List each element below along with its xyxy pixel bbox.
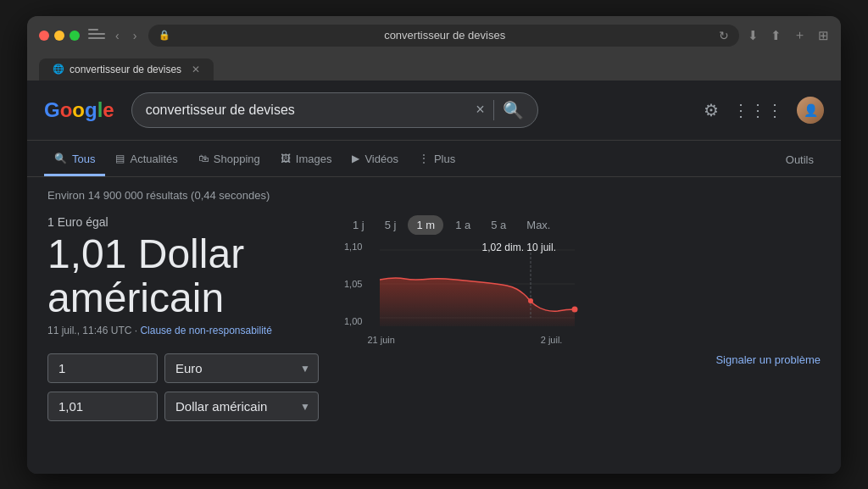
maximize-button[interactable] (70, 31, 80, 41)
tab-actualites[interactable]: ▤ Actualités (105, 144, 187, 176)
actualites-icon: ▤ (115, 153, 125, 164)
tab-images-label: Images (296, 153, 332, 165)
share-icon[interactable]: ⬆ (771, 28, 782, 43)
chart-container: 1,02 dim. 10 juil. 1,10 1,05 1,00 (344, 242, 565, 343)
chart-tooltip: 1,02 dim. 10 juil. (482, 242, 556, 253)
chart-tab-5a[interactable]: 5 a (482, 215, 515, 235)
chart-area: 1 j 5 j 1 m 1 a 5 a Max. 1,02 dim. 10 ju… (344, 215, 821, 366)
tab-tous[interactable]: 🔍 Tous (44, 144, 105, 176)
minimize-button[interactable] (54, 31, 64, 41)
tab-images[interactable]: 🖼 Images (270, 144, 342, 176)
browser-controls: ‹ › (88, 27, 140, 44)
tab-shopping-label: Shopping (214, 153, 260, 165)
converter-widget: 1 Euro égal 1,01 Dollar américain 11 jui… (47, 215, 821, 431)
result-line1: 1,01 Dollar (47, 231, 244, 276)
tous-icon: 🔍 (54, 153, 67, 164)
y-label-low: 1,00 (344, 316, 362, 326)
tab-bar: 🌐 convertisseur de devises ✕ (39, 53, 829, 81)
title-bar: ‹ › 🔒 convertisseur de devises ↻ ⬇ ⬆ ＋ ⊞ (39, 25, 829, 47)
result-value: 1,01 Dollar américain (47, 232, 319, 322)
google-header: Google × 🔍 ⚙ ⋮⋮⋮ 👤 (27, 81, 841, 141)
tab-plus[interactable]: ⋮ Plus (409, 144, 465, 176)
timestamp-text: 11 juil., 11:46 UTC (47, 325, 131, 336)
disclaimer-link[interactable]: Clause de non-responsabilité (140, 325, 271, 336)
from-currency-select[interactable]: Euro Dollar américain Livre sterling Yen… (164, 353, 319, 383)
new-tab-icon[interactable]: ＋ (793, 27, 806, 43)
tab-videos[interactable]: ▶ Vidéos (342, 144, 409, 176)
svg-point-4 (572, 306, 578, 312)
refresh-button[interactable]: ↻ (719, 29, 729, 42)
chart-tab-1j[interactable]: 1 j (344, 215, 373, 235)
avatar[interactable]: 👤 (797, 97, 824, 124)
apps-icon[interactable]: ⋮⋮⋮ (732, 100, 783, 120)
chart-tab-1a[interactable]: 1 a (447, 215, 479, 235)
traffic-lights (39, 31, 80, 41)
google-logo: Google (44, 98, 114, 122)
sidebar-toggle-icon[interactable] (88, 29, 105, 42)
result-line2: américain (47, 275, 224, 320)
x-label-1: 21 juin (367, 335, 394, 345)
equal-label: 1 Euro égal (47, 215, 319, 229)
tab-close-icon[interactable]: ✕ (192, 64, 200, 75)
shopping-icon: 🛍 (198, 153, 209, 164)
search-bar[interactable]: × 🔍 (131, 92, 538, 128)
to-input-row: Dollar américain Euro Livre sterling Yen… (47, 392, 319, 421)
x-label-2: 2 juil. (541, 335, 563, 345)
svg-point-6 (528, 298, 533, 303)
search-clear-icon[interactable]: × (476, 101, 485, 119)
videos-icon: ▶ (352, 153, 359, 164)
search-input[interactable] (146, 103, 467, 118)
plus-icon: ⋮ (419, 153, 429, 164)
timestamp: 11 juil., 11:46 UTC · Clause de non-resp… (47, 325, 319, 336)
chart-tab-5j[interactable]: 5 j (376, 215, 405, 235)
tab-title: convertisseur de devises (70, 64, 181, 75)
y-label-high: 1,10 (344, 242, 362, 252)
chart-tabs: 1 j 5 j 1 m 1 a 5 a Max. (344, 215, 821, 235)
grid-icon[interactable]: ⊞ (818, 28, 829, 43)
lock-icon: 🔒 (159, 30, 170, 41)
y-label-mid: 1,05 (344, 279, 362, 289)
chart-tab-1m[interactable]: 1 m (408, 215, 443, 235)
results-area: Environ 14 900 000 résultats (0,44 secon… (27, 177, 841, 442)
tab-plus-label: Plus (434, 153, 455, 165)
download-icon[interactable]: ⬇ (748, 28, 759, 43)
outils-button[interactable]: Outils (776, 145, 824, 175)
chart-tab-max[interactable]: Max. (518, 215, 559, 235)
images-icon: 🖼 (281, 153, 291, 164)
active-tab[interactable]: 🌐 convertisseur de devises ✕ (39, 58, 214, 81)
settings-icon[interactable]: ⚙ (704, 100, 719, 120)
nav-tabs: 🔍 Tous ▤ Actualités 🛍 Shopping 🖼 Images … (27, 141, 841, 177)
from-currency-wrapper: Euro Dollar américain Livre sterling Yen… (164, 353, 319, 383)
tab-videos-label: Vidéos (364, 153, 398, 165)
to-currency-wrapper: Dollar américain Euro Livre sterling Yen… (164, 392, 319, 421)
tab-actualites-label: Actualités (130, 153, 177, 165)
browser-chrome: ‹ › 🔒 convertisseur de devises ↻ ⬇ ⬆ ＋ ⊞… (27, 16, 841, 81)
to-amount-input[interactable] (47, 392, 158, 421)
page-content: Google × 🔍 ⚙ ⋮⋮⋮ 👤 🔍 Tous ▤ Actualités (27, 81, 841, 474)
amount-input[interactable] (47, 353, 158, 383)
tab-favicon: 🌐 (53, 64, 64, 75)
back-button[interactable]: ‹ (112, 27, 123, 44)
close-button[interactable] (39, 31, 49, 41)
browser-window: ‹ › 🔒 convertisseur de devises ↻ ⬇ ⬆ ＋ ⊞… (27, 16, 841, 474)
converter-left: 1 Euro égal 1,01 Dollar américain 11 jui… (47, 215, 319, 431)
search-submit-icon[interactable]: 🔍 (493, 100, 524, 120)
right-controls: ⬇ ⬆ ＋ ⊞ (748, 27, 829, 43)
header-right: ⚙ ⋮⋮⋮ 👤 (704, 97, 824, 124)
address-text: convertisseur de devises (177, 29, 712, 42)
chart-x-labels: 21 juin 2 juil. (367, 333, 562, 347)
to-currency-select[interactable]: Dollar américain Euro Livre sterling Yen… (164, 392, 319, 421)
tab-tous-label: Tous (72, 153, 95, 165)
address-bar[interactable]: 🔒 convertisseur de devises ↻ (148, 25, 739, 47)
chart-svg (367, 242, 587, 326)
report-problem-link[interactable]: Signaler un problème (344, 353, 821, 366)
results-count: Environ 14 900 000 résultats (0,44 secon… (47, 189, 821, 202)
tab-shopping[interactable]: 🛍 Shopping (188, 144, 270, 176)
from-input-row: Euro Dollar américain Livre sterling Yen… (47, 353, 319, 383)
forward-button[interactable]: › (130, 27, 141, 44)
